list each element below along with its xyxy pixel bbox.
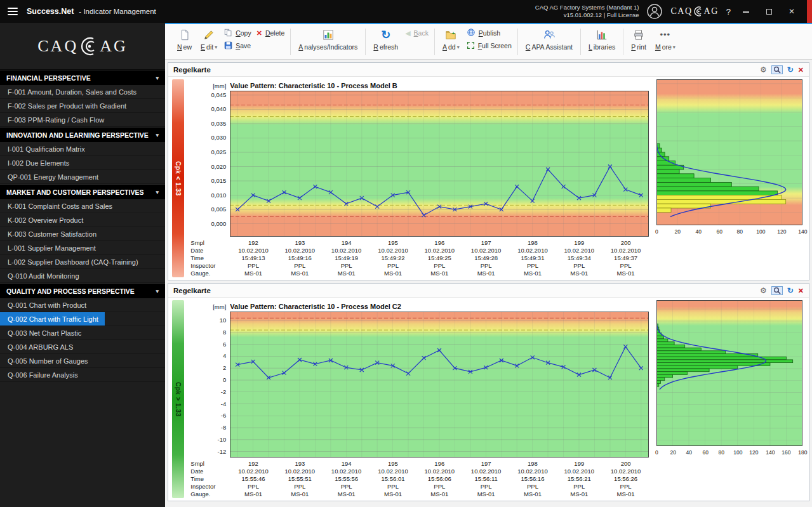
maximize-button[interactable]: [761, 0, 776, 23]
sidebar-item-q-003[interactable]: Q-003 Net Chart Plastic: [0, 326, 165, 340]
save-icon: [224, 41, 232, 51]
zoom-icon[interactable]: [771, 65, 783, 74]
row-label: Smpl: [189, 459, 230, 468]
y-axis-labels: 1086420-2-4-6-8-10-12: [189, 312, 230, 458]
delete-icon: ✕: [256, 29, 262, 37]
panel-body: Cpk > 1.33[mm]Value Pattern: Characteris…: [168, 298, 809, 501]
chevron-down-icon: ▾: [156, 189, 159, 195]
more-button[interactable]: •••More ▾: [651, 26, 680, 58]
minimize-button[interactable]: [738, 0, 754, 23]
histogram-plot: [656, 79, 802, 225]
table-cell: 194: [323, 459, 369, 468]
new-button[interactable]: New: [173, 26, 196, 58]
table-cell: 15:49:37: [602, 254, 649, 262]
add-button[interactable]: +Add ▾: [438, 26, 464, 58]
sidebar-section-header[interactable]: MARKET AND CUSTOMER PERSPECTIVES▾: [0, 184, 165, 199]
panel-header: Regelkarte⚙↻✕: [168, 284, 809, 298]
sidebar-sections: FINANCIAL PERSPECTIVE▾F-001 Amount, Dura…: [0, 70, 165, 382]
control-chart-plot: [230, 91, 649, 237]
unit-label: [mm]: [189, 82, 230, 89]
sidebar-item-label: K-001 Complaint Costs and Sales: [0, 199, 119, 213]
libraries-button[interactable]: Libraries: [584, 26, 620, 58]
sidebar-section-header[interactable]: FINANCIAL PERSPECTIVE▾: [0, 70, 165, 85]
table-cell: 15:55:51: [277, 475, 323, 483]
table-row: Smpl192193194195196197198199200: [189, 459, 649, 468]
sidebar-section-header[interactable]: INNOVATION AND LEARNING PERSPECTIVE▾: [0, 127, 165, 142]
capa-people-icon: [543, 27, 555, 43]
sidebar-item-q-001[interactable]: Q-001 Chart with Product: [0, 298, 165, 312]
chevron-down-icon: ▾: [156, 75, 159, 81]
refresh-icon[interactable]: ↻: [787, 286, 794, 295]
y-tick-label: -12: [218, 449, 227, 455]
table-cell: MS-01: [277, 491, 323, 498]
settings-gear-icon[interactable]: ⚙: [760, 286, 767, 295]
chevron-down-icon: ▾: [156, 132, 159, 138]
sidebar-item-k-002[interactable]: K-002 Overview Product: [0, 213, 165, 227]
user-avatar-icon[interactable]: [646, 3, 663, 20]
close-button[interactable]: ✕: [784, 0, 799, 23]
copy-button[interactable]: Copy: [224, 28, 251, 38]
sidebar-item-q-004[interactable]: Q-004 ARBURG ALS: [0, 340, 165, 354]
close-icon[interactable]: ✕: [798, 65, 804, 74]
sidebar-item-qp-001[interactable]: QP-001 Energy Management: [0, 170, 165, 184]
more-dots-icon: •••: [660, 27, 671, 43]
analyses-indicators-button[interactable]: Analyses/Indicators: [294, 26, 362, 58]
sidebar-item-q-010[interactable]: Q-010 Audit Monitoring: [0, 269, 165, 283]
sidebar-item-l-001[interactable]: L-001 Supplier Management: [0, 241, 165, 255]
edit-button[interactable]: Edit ▾: [196, 26, 222, 58]
content: Regelkarte⚙↻✕Cpk < 1.33[mm]Value Pattern…: [165, 62, 812, 501]
table-cell: PPL: [416, 483, 463, 491]
print-button[interactable]: Print: [627, 26, 651, 58]
table-cell: 193: [277, 239, 323, 247]
sidebar-item-q-005[interactable]: Q-005 Number of Gauges: [0, 354, 165, 368]
table-cell: 199: [556, 459, 602, 468]
sidebar-item-k-001[interactable]: K-001 Complaint Costs and Sales: [0, 199, 165, 213]
refresh-button[interactable]: ↻Refresh: [369, 26, 403, 58]
full-screen-button[interactable]: Full Screen: [467, 41, 512, 51]
close-icon[interactable]: ✕: [798, 286, 804, 295]
caq-logo-large: CAQ AG: [0, 23, 165, 70]
toolbar-stack: ◀Back: [403, 26, 431, 58]
table-cell: 10.02.2010: [277, 468, 323, 475]
table-row: InspectorPPLPPLPPLPPLPPLPPLPPLPPLPPL: [189, 262, 649, 270]
capa-assistant-button[interactable]: CAPA Assistant: [521, 26, 577, 58]
back-button[interactable]: ◀Back: [405, 28, 429, 38]
row-label: Smpl: [189, 239, 230, 247]
table-cell: MS-01: [602, 270, 649, 277]
cpk-indicator: Cpk > 1.33: [172, 300, 184, 498]
sidebar-item-q-006[interactable]: Q-006 Failure Analysis: [0, 368, 165, 382]
section-label: QUALITY AND PROCESS PERSPECTIVE: [6, 287, 135, 295]
table-cell: PPL: [277, 262, 323, 270]
sidebar-item-f-001[interactable]: F-001 Amount, Duration, Sales and Costs: [0, 85, 165, 99]
button-label: Delete: [265, 29, 284, 37]
section-label: MARKET AND CUSTOMER PERSPECTIVES: [6, 188, 143, 196]
refresh-icon[interactable]: ↻: [787, 65, 794, 74]
button-label: Add ▾: [443, 43, 460, 51]
sidebar-section-header[interactable]: QUALITY AND PROCESS PERSPECTIVE▾: [0, 283, 165, 298]
sidebar-item-k-003[interactable]: K-003 Customer Satisfaction: [0, 227, 165, 241]
publish-button[interactable]: Publish: [467, 28, 512, 38]
table-row: Date10.02.201010.02.201010.02.201010.02.…: [189, 468, 649, 475]
company-name: CAQ AG Factory Systems (Mandant 1): [535, 4, 639, 11]
sidebar-item-q-002[interactable]: Q-002 Chart with Traffic Light: [0, 312, 165, 326]
zoom-icon[interactable]: [771, 286, 783, 295]
table-cell: 10.02.2010: [509, 468, 556, 475]
sidebar-item-i-002[interactable]: I-002 Due Elements: [0, 156, 165, 170]
caq-logo-text-ag: AG: [100, 37, 128, 56]
sidebar-item-f-003[interactable]: F-003 PPM-Rating / Cash Flow: [0, 113, 165, 127]
y-tick-label: 0,040: [211, 106, 227, 112]
table-cell: PPL: [323, 483, 369, 491]
menu-icon[interactable]: [8, 8, 18, 15]
sidebar-item-i-001[interactable]: I-001 Qualification Matrix: [0, 142, 165, 156]
y-tick-label: 0,000: [211, 221, 227, 227]
delete-button[interactable]: ✕Delete: [256, 28, 285, 38]
sidebar-item-l-002[interactable]: L-002 Supplier Dashboard (CAQ-Training): [0, 255, 165, 269]
table-cell: MS-01: [230, 270, 276, 277]
help-button[interactable]: ?: [726, 7, 731, 16]
sidebar-item-f-002[interactable]: F-002 Sales per Product with Gradient: [0, 99, 165, 113]
table-cell: 15:55:46: [230, 475, 276, 483]
save-button[interactable]: Save: [224, 41, 251, 51]
settings-gear-icon[interactable]: ⚙: [760, 65, 767, 74]
company-info: CAQ AG Factory Systems (Mandant 1) v15.0…: [535, 4, 639, 20]
button-label: Copy: [236, 29, 251, 37]
